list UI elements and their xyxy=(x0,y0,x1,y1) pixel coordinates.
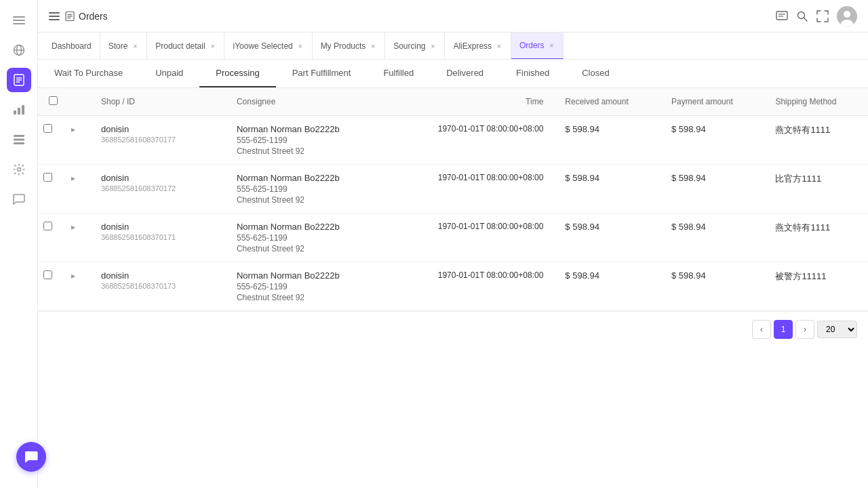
sidebar xyxy=(0,0,38,488)
row-checkbox-0[interactable] xyxy=(43,124,52,133)
tab-label: Orders xyxy=(519,41,545,50)
shop-cell-1: donisin 368852581608370172 xyxy=(90,165,226,214)
status-tabs: Wait To PurchaseUnpaidProcessingPart Ful… xyxy=(38,60,868,88)
tab-store[interactable]: Store× xyxy=(100,33,148,60)
payment-cell-1: $ 598.94 xyxy=(660,165,764,214)
sidebar-icon-analytics[interactable] xyxy=(7,98,31,122)
svg-rect-10 xyxy=(14,110,16,115)
time-cell-1: 1970-01-01T 08:00:00+08:00 xyxy=(395,165,554,214)
tab-close-icon[interactable]: × xyxy=(210,41,216,52)
time-cell-0: 1970-01-01T 08:00:00+08:00 xyxy=(395,116,554,165)
received-cell-3: $ 598.94 xyxy=(554,262,660,311)
shipping-cell-1: 比官方1111 xyxy=(764,165,868,214)
tab-close-icon[interactable]: × xyxy=(297,41,304,52)
status-tab-wait-to-purchase[interactable]: Wait To Purchase xyxy=(38,60,139,87)
shop-id-2: 368852581608370171 xyxy=(101,233,215,241)
expand-row-icon-3[interactable]: ▸ xyxy=(71,271,75,281)
tab-aliexpress[interactable]: AliExpress× xyxy=(445,33,511,60)
select-all-checkbox[interactable] xyxy=(49,96,58,105)
shop-id-1: 368852581608370172 xyxy=(101,184,215,192)
svg-rect-18 xyxy=(49,16,60,17)
time-cell-2: 1970-01-01T 08:00:00+08:00 xyxy=(395,214,554,262)
received-cell-1: $ 598.94 xyxy=(554,165,660,214)
table-row: ▸ donisin 368852581608370172 Norman Norm… xyxy=(38,165,868,214)
sidebar-icon-menu[interactable] xyxy=(7,8,31,33)
tab-close-icon[interactable]: × xyxy=(430,41,437,52)
sidebar-icon-settings[interactable] xyxy=(7,157,31,182)
row-checkbox-1[interactable] xyxy=(43,173,52,182)
sidebar-icon-orders[interactable] xyxy=(7,68,31,92)
tab-dashboard[interactable]: Dashboard xyxy=(43,33,100,60)
svg-rect-13 xyxy=(14,135,24,137)
chat-bubble-button[interactable] xyxy=(16,442,46,472)
status-tab-processing[interactable]: Processing xyxy=(199,60,275,87)
topbar-actions xyxy=(776,6,857,26)
sidebar-icon-globe[interactable] xyxy=(7,38,31,62)
svg-line-28 xyxy=(804,18,808,21)
received-cell-2: $ 598.94 xyxy=(554,214,660,262)
tab-label: Sourcing xyxy=(393,41,425,51)
tab-orders[interactable]: Orders× xyxy=(511,33,564,60)
tab-iyoowe-selected[interactable]: iYoowe Selected× xyxy=(224,33,312,60)
tab-close-icon[interactable]: × xyxy=(496,41,502,52)
status-tab-closed[interactable]: Closed xyxy=(566,60,625,87)
tab-product-detail[interactable]: Product detail× xyxy=(147,33,224,60)
shop-name-0: donisin xyxy=(101,124,215,134)
expand-row-icon-1[interactable]: ▸ xyxy=(71,174,75,183)
expand-icon[interactable] xyxy=(816,10,829,22)
tab-label: My Products xyxy=(321,41,366,51)
svg-rect-19 xyxy=(49,19,60,20)
table-row: ▸ donisin 368852581608370177 Norman Norm… xyxy=(38,116,868,165)
svg-rect-2 xyxy=(13,23,25,24)
tab-close-icon[interactable]: × xyxy=(370,41,376,52)
tab-sourcing[interactable]: Sourcing× xyxy=(385,33,445,60)
message-icon[interactable] xyxy=(776,10,788,22)
next-page-button[interactable]: › xyxy=(795,320,814,339)
page-1-button[interactable]: 1 xyxy=(774,320,793,339)
expand-row-icon-0[interactable]: ▸ xyxy=(71,125,75,134)
row-checkbox-2[interactable] xyxy=(43,222,52,230)
tab-label: Store xyxy=(108,41,128,51)
tab-close-icon[interactable]: × xyxy=(549,41,555,51)
shipping-cell-2: 燕文特有1111 xyxy=(764,214,868,262)
page-size-select[interactable]: 20 50 100 xyxy=(817,321,857,338)
svg-rect-24 xyxy=(776,12,787,20)
tab-label: iYoowe Selected xyxy=(233,41,292,51)
col-received: Received amount xyxy=(554,88,660,116)
tab-label: Dashboard xyxy=(52,41,92,51)
tab-label: Product detail xyxy=(155,41,205,51)
shop-id-3: 368852581608370173 xyxy=(101,282,215,290)
shop-cell-2: donisin 368852581608370171 xyxy=(90,214,226,262)
consignee-cell-2: Norman Norman Bo2222b 555-625-1199 Chest… xyxy=(226,214,395,262)
tab-my-products[interactable]: My Products× xyxy=(313,33,386,60)
col-time: Time xyxy=(395,88,554,116)
status-tab-finished[interactable]: Finished xyxy=(500,60,566,87)
status-tab-fulfilled[interactable]: Fulfilled xyxy=(367,60,430,87)
expand-row-icon-2[interactable]: ▸ xyxy=(71,222,75,232)
topbar-menu-icon[interactable] xyxy=(49,11,60,22)
consignee-phone-3: 555-625-1199 xyxy=(237,282,384,291)
payment-cell-0: $ 598.94 xyxy=(660,116,764,165)
status-tab-delivered[interactable]: Delivered xyxy=(430,60,500,87)
consignee-name-1: Norman Norman Bo2222b xyxy=(237,173,384,183)
sidebar-icon-feedback[interactable] xyxy=(7,187,31,211)
orders-table: Shop / ID Consignee Time Received amount… xyxy=(38,88,868,311)
search-icon[interactable] xyxy=(796,10,808,22)
avatar[interactable] xyxy=(837,6,857,26)
svg-rect-0 xyxy=(13,16,25,18)
status-tab-part-fulfillment[interactable]: Part Fulfillment xyxy=(276,60,368,87)
main-area: Orders Das xyxy=(38,0,868,488)
consignee-phone-0: 555-625-1199 xyxy=(237,136,384,145)
tab-close-icon[interactable]: × xyxy=(132,41,138,52)
content-area: Wait To PurchaseUnpaidProcessingPart Ful… xyxy=(38,60,868,488)
page-title: Orders xyxy=(79,11,108,22)
topbar-breadcrumb: Orders xyxy=(65,11,108,22)
pagination: ‹ 1 › 20 50 100 xyxy=(38,311,868,347)
prev-page-button[interactable]: ‹ xyxy=(752,320,771,339)
consignee-addr-0: Chestnut Street 92 xyxy=(237,146,384,156)
time-cell-3: 1970-01-01T 08:00:00+08:00 xyxy=(395,262,554,311)
consignee-cell-3: Norman Norman Bo2222b 555-625-1199 Chest… xyxy=(226,262,395,311)
sidebar-icon-list[interactable] xyxy=(7,127,31,152)
row-checkbox-3[interactable] xyxy=(43,270,52,279)
status-tab-unpaid[interactable]: Unpaid xyxy=(139,60,199,87)
